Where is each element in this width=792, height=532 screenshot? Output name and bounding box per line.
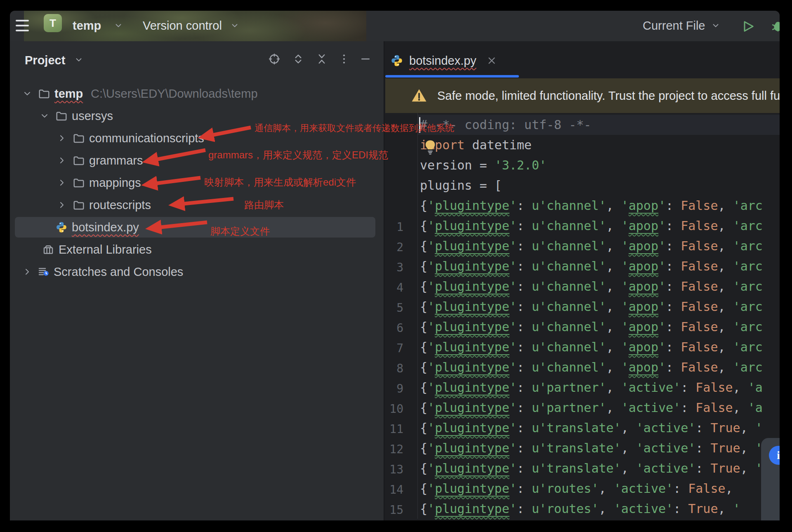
code-token: ,	[733, 400, 748, 415]
code-line-16[interactable]: {'plugintype': u'translate', 'active': T…	[420, 418, 763, 438]
code-line-5[interactable]: {'plugintype': u'channel', 'apop': False…	[420, 195, 763, 216]
code-token: ,	[733, 380, 748, 395]
code-token: plugintype	[435, 320, 509, 335]
code-token: :	[517, 421, 532, 435]
chevron-down-icon[interactable]	[40, 111, 50, 121]
editor-tab[interactable]: botsindex.py	[390, 45, 497, 76]
code-token: 'partner'	[539, 380, 606, 395]
code-token: False	[688, 481, 725, 496]
tree-item-label[interactable]: External Libraries	[59, 243, 152, 257]
code-line-20[interactable]: {'plugintype': u'routes', 'active': True…	[420, 499, 740, 519]
code-token: ,	[718, 198, 733, 213]
code-token: ,	[621, 421, 636, 435]
code-token: False	[695, 380, 733, 395]
screenshot-page: T temp Version control Current File Proj…	[0, 0, 792, 532]
hide-panel-icon[interactable]	[359, 53, 372, 65]
line-number: 7	[362, 338, 403, 358]
collapse-all-icon[interactable]	[316, 53, 328, 65]
safe-mode-banner[interactable]: Safe mode, limited functionality. Trust …	[385, 78, 780, 113]
tree-item-label[interactable]: usersys	[72, 109, 113, 123]
code-token: 'channel'	[539, 340, 606, 354]
code-line-3[interactable]: version = '3.2.0'	[420, 155, 547, 175]
code-token: u	[532, 380, 539, 395]
tree-item-label[interactable]: temp	[54, 87, 83, 101]
code-token: '	[509, 380, 517, 395]
main-menu-icon[interactable]	[16, 20, 29, 31]
tree-row-scratches-and-consoles[interactable]: Scratches and Consoles	[10, 261, 384, 283]
project-panel-title[interactable]: Project	[25, 54, 65, 67]
code-token: False	[681, 320, 718, 334]
code-token: datetime	[464, 138, 532, 152]
chevron-down-icon[interactable]	[114, 21, 123, 30]
run-button[interactable]	[741, 19, 756, 34]
chevron-right-icon[interactable]	[57, 155, 67, 165]
chevron-down-icon[interactable]	[711, 21, 720, 30]
code-token: '	[658, 360, 666, 374]
project-widget[interactable]: temp	[73, 19, 101, 33]
code-line-6[interactable]: {'plugintype': u'channel', 'apop': False…	[420, 216, 763, 236]
expand-all-icon[interactable]	[292, 53, 304, 65]
code-line-9[interactable]: {'plugintype': u'channel', 'apop': False…	[420, 276, 763, 297]
chevron-right-icon[interactable]	[57, 133, 67, 143]
chevron-right-icon[interactable]	[22, 267, 32, 277]
ide-window: T temp Version control Current File Proj…	[10, 11, 780, 520]
annotation-text-3: 映射脚本，用来生成或解析edi文件	[204, 176, 356, 189]
code-token: '	[621, 198, 629, 213]
code-line-17[interactable]: {'plugintype': u'translate', 'active': T…	[420, 438, 763, 458]
code-token: :	[517, 461, 532, 476]
project-badge[interactable]: T	[44, 14, 62, 32]
locate-file-icon[interactable]	[268, 53, 280, 65]
code-token: apop	[629, 340, 658, 355]
tree-row-temp[interactable]: tempC:\Users\EDY\Downloads\temp	[10, 82, 384, 105]
close-tab-icon[interactable]	[486, 55, 497, 66]
vcs-widget[interactable]: Version control	[143, 19, 222, 33]
run-configuration-widget[interactable]: Current File	[643, 19, 705, 33]
chevron-down-icon[interactable]	[74, 55, 83, 64]
chevron-down-icon[interactable]	[230, 21, 239, 30]
code-line-13[interactable]: {'plugintype': u'channel', 'apop': False…	[420, 357, 763, 377]
tree-row-external-libraries[interactable]: External Libraries	[10, 238, 384, 261]
code-line-19[interactable]: {'plugintype': u'routes', 'active': Fals…	[420, 478, 733, 499]
tree-row-routescripts[interactable]: routescripts	[10, 194, 384, 216]
code-line-8[interactable]: {'plugintype': u'channel', 'apop': False…	[420, 256, 763, 276]
line-number: 11	[362, 419, 403, 439]
code-line-10[interactable]: {'plugintype': u'channel', 'apop': False…	[420, 297, 763, 317]
intention-bulb-icon[interactable]	[423, 139, 437, 157]
code-token: '	[509, 340, 517, 354]
code-token: :	[517, 239, 532, 253]
debug-button[interactable]	[770, 19, 780, 34]
code-line-7[interactable]: {'plugintype': u'channel', 'apop': False…	[420, 236, 763, 256]
editor-tab-label[interactable]: botsindex.py	[409, 54, 476, 68]
chevron-down-icon[interactable]	[22, 89, 32, 99]
annotation-text-4: 路由脚本	[244, 198, 284, 212]
code-token: 'arc	[733, 198, 763, 213]
code-token: False	[681, 219, 718, 233]
code-line-15[interactable]: {'plugintype': u'partner', 'active': Fal…	[420, 398, 763, 418]
code-token: :	[666, 198, 681, 213]
code-line-12[interactable]: {'plugintype': u'channel', 'apop': False…	[420, 337, 763, 357]
more-options-icon[interactable]	[338, 53, 350, 65]
tree-item-label[interactable]: routescripts	[89, 198, 151, 212]
line-number: 6	[362, 318, 403, 338]
python-icon	[55, 221, 68, 233]
code-token: :	[517, 441, 532, 455]
chevron-right-icon[interactable]	[57, 178, 67, 188]
code-line-4[interactable]: plugins = [	[420, 175, 502, 195]
code-token: '	[427, 320, 435, 334]
code-line-11[interactable]: {'plugintype': u'channel', 'apop': False…	[420, 317, 763, 337]
code-token: ,	[718, 340, 733, 354]
code-token: '	[427, 481, 435, 496]
tree-item-label[interactable]: mappings	[89, 176, 141, 190]
chevron-right-icon[interactable]	[57, 200, 67, 210]
tree-item-label[interactable]: communicationscripts	[89, 132, 204, 145]
code-line-14[interactable]: {'plugintype': u'partner', 'active': Fal…	[420, 377, 763, 398]
folder-icon	[38, 87, 50, 100]
code-token: 'active'	[614, 501, 674, 516]
tree-item-label[interactable]: botsindex.py	[72, 221, 139, 234]
tree-item-label[interactable]: Scratches and Consoles	[54, 265, 183, 279]
code-token: '	[509, 219, 517, 233]
code-token: '	[427, 400, 435, 415]
tree-row-botsindex-py[interactable]: botsindex.py	[10, 216, 384, 238]
tree-item-label[interactable]: grammars	[89, 154, 143, 167]
code-line-18[interactable]: {'plugintype': u'translate', 'active': T…	[420, 458, 763, 478]
